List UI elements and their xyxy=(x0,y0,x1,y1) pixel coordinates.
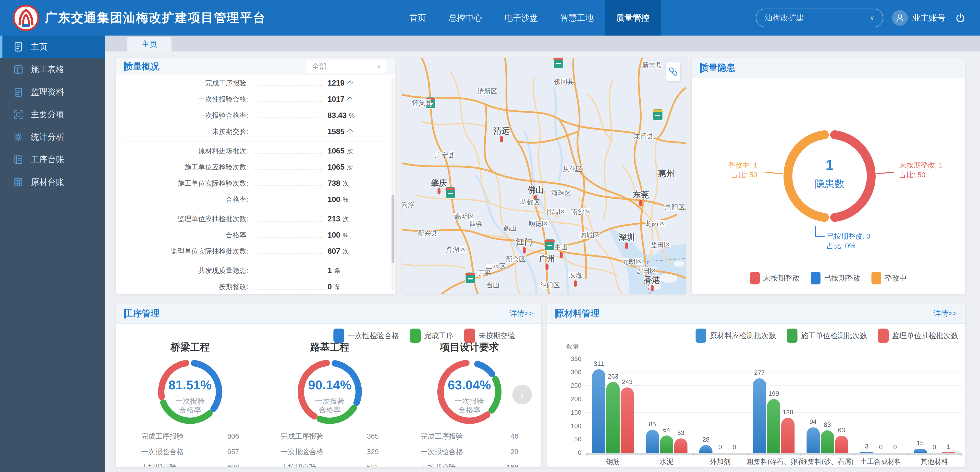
x-axis-band xyxy=(586,453,961,455)
stat-row: 监理单位实际抽检批次数:607次 xyxy=(116,243,395,260)
y-tick-label: 0 xyxy=(552,449,581,456)
map-pin-icon xyxy=(546,264,549,270)
map-place-label: 广州 xyxy=(539,254,555,263)
stat-value: 607 xyxy=(328,247,340,256)
dotted-leader xyxy=(254,169,322,170)
process-header: 工序管理 详情>> xyxy=(116,303,541,324)
logout-power-icon[interactable] xyxy=(954,12,967,24)
account-label: 业主账号 xyxy=(912,12,945,24)
map-place-label: 新会区 xyxy=(506,255,526,263)
map-place-label: 江门 xyxy=(516,238,532,246)
gauge-stat-label: 一次报验合格 xyxy=(281,447,323,457)
form-icon xyxy=(13,64,24,75)
bar-value-label: 130 xyxy=(778,408,798,416)
bar-category-label: 其他材料 xyxy=(907,457,961,466)
gauge-stat-row: 一次报验合格657 xyxy=(141,444,239,459)
bar-category-label: 外加剂 xyxy=(694,457,747,466)
legend-item[interactable]: 未按期整改 xyxy=(750,272,800,284)
nav-item-smart-site[interactable]: 智慧工地 xyxy=(549,0,605,35)
sidebar-item-statistics[interactable]: 统计分析 xyxy=(0,126,105,148)
tab-strip: 主页 xyxy=(105,35,980,51)
sidebar-item-label: 施工表格 xyxy=(31,64,64,75)
process-gauge-group: 桥梁工程81.51%一次报验合格率完成工序报验806一次报验合格657未按期交验… xyxy=(131,340,249,467)
region-map[interactable]: 怀集县新丰县佛冈县清新区清远龙门县广宁县从化区惠州肇庆花都区云浮佛山海珠区东莞番… xyxy=(402,58,686,294)
legend-item[interactable]: 已按期整改 xyxy=(811,272,861,284)
map-layer-button[interactable] xyxy=(666,62,680,81)
map-place-label: 龙岗区 xyxy=(645,220,665,227)
sidebar-item-supervision-files[interactable]: 监理资料 xyxy=(0,81,105,103)
gauge-donut-chart: 63.04%一次报验合格率 xyxy=(433,355,506,429)
x-axis-tick xyxy=(800,453,801,456)
dotted-leader xyxy=(254,237,322,238)
scrollbar-thumb[interactable] xyxy=(391,195,395,263)
sidebar-item-label: 工序台账 xyxy=(31,154,64,165)
brand: 广东交通集团汕梅改扩建项目管理平台 xyxy=(0,4,266,32)
map-place-label: 元朗区 xyxy=(622,258,642,265)
process-detail-link[interactable]: 详情>> xyxy=(510,308,533,319)
hazard-legend: 未按期整改已按期整改整改中 xyxy=(692,272,965,284)
stat-value: 1065 xyxy=(328,147,344,155)
y-tick-label: 300 xyxy=(552,368,581,376)
svg-text:一次报验: 一次报验 xyxy=(455,397,484,405)
legend-item[interactable]: 整改中 xyxy=(872,272,907,284)
nav-item-sandbox[interactable]: 电子沙盘 xyxy=(493,0,549,35)
stat-value: 1065 xyxy=(328,163,344,172)
svg-text:占比: 50: 占比: 50 xyxy=(899,171,925,179)
map-place-label: 佛冈县 xyxy=(554,78,574,85)
overview-filter-select[interactable]: 全部 ∨ xyxy=(306,60,387,73)
sidebar-item-home[interactable]: 主页 xyxy=(0,35,105,58)
quality-overview-header: 质量概况 全部 ∨ xyxy=(116,58,395,75)
stat-label: 合格率: xyxy=(116,195,248,204)
stat-value: 1017 xyxy=(328,95,344,104)
top-nav: 首页总控中心电子沙盘智慧工地质量管控 xyxy=(398,0,661,35)
map-panel: 怀集县新丰县佛冈县清新区清远龙门县广宁县从化区惠州肇庆花都区云浮佛山海珠区东莞番… xyxy=(402,57,686,294)
svg-text:占比: 50: 占比: 50 xyxy=(731,171,757,179)
svg-text:合格率: 合格率 xyxy=(179,406,201,414)
gauge-stat-value: 521 xyxy=(367,463,379,467)
sidebar-item-process-ledger[interactable]: 工序台账 xyxy=(0,148,105,171)
stat-value: 738 xyxy=(328,179,340,188)
sidebar-item-label: 统计分析 xyxy=(31,131,64,143)
x-axis-tick xyxy=(907,453,908,456)
dotted-leader xyxy=(254,117,322,118)
sidebar-item-construction-forms[interactable]: 施工表格 xyxy=(0,58,105,81)
map-place-label: 沙田区 xyxy=(636,267,656,274)
stat-row: 施工单位应检验次数:1065次 xyxy=(116,159,395,175)
map-place-label: 珠海 xyxy=(569,272,582,279)
stat-label: 原材料进场批次: xyxy=(116,147,248,156)
sidebar: 主页施工表格监理资料主要分项统计分析工序台账原材台账 xyxy=(0,35,105,472)
map-place-label: 中山 xyxy=(555,244,568,251)
dotted-leader xyxy=(254,133,322,134)
overview-filter-value: 全部 xyxy=(312,62,326,72)
bar-value-label: 277 xyxy=(750,369,769,376)
stat-row: 未按期交验:1585个 xyxy=(116,124,395,140)
sidebar-item-material-ledger[interactable]: 原材台账 xyxy=(0,171,105,193)
map-place-label: 三水区 xyxy=(486,263,506,270)
quality-overview-panel: 质量概况 全部 ∨ 完成工序报验:1219个一次性报验合格:1017个一次报验合… xyxy=(116,57,396,294)
x-axis-tick xyxy=(586,453,587,456)
map-place-label: 肇庆 xyxy=(431,178,447,187)
stat-label: 共发现质量隐患: xyxy=(116,266,248,275)
stat-label: 监理单位应抽检批次数: xyxy=(116,214,248,223)
tab-home[interactable]: 主页 xyxy=(127,37,172,51)
gauge-stat-label: 未按期交验 xyxy=(420,462,456,467)
bar-value-label: 1 xyxy=(939,443,958,451)
dotted-leader xyxy=(254,253,322,254)
map-place-label: 云浮 xyxy=(402,201,414,209)
nav-item-control-center[interactable]: 总控中心 xyxy=(438,0,493,35)
nav-item-quality-control[interactable]: 质量管控 xyxy=(605,0,661,35)
project-select[interactable]: 汕梅改扩建 ∨ xyxy=(756,9,883,27)
overview-scrollbar[interactable] xyxy=(391,78,395,291)
carousel-next-button[interactable]: › xyxy=(512,385,532,404)
gauge-stat-value: 29 xyxy=(511,448,519,456)
process-gauge-group: 路基工程90.14%一次报验合格率完成工序报验365一次报验合格329未按期交验… xyxy=(271,340,388,467)
doc-icon xyxy=(13,41,24,53)
project-select-value: 汕梅改扩建 xyxy=(765,13,804,23)
gauge-percent: 63.04% xyxy=(448,378,491,392)
user-account[interactable]: 业主账号 xyxy=(892,10,945,26)
nav-item-home[interactable]: 首页 xyxy=(398,0,438,35)
quality-hazard-header: 质量隐患 xyxy=(692,58,965,78)
sidebar-item-main-subitems[interactable]: 主要分项 xyxy=(0,103,105,126)
process-panel: 工序管理 详情>> 一次性检验合格完成工序未按期交验 桥梁工程81.51%一次报… xyxy=(116,303,541,467)
gauge-stat-row: 一次报验合格329 xyxy=(281,444,379,459)
